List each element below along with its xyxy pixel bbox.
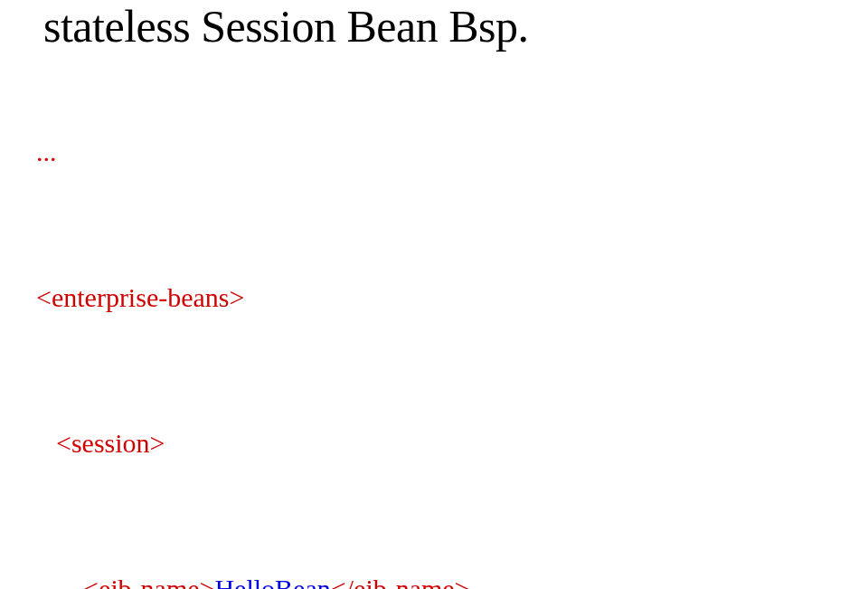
code-block: ... <enterprise-beans> <session> <ejb-na… bbox=[36, 62, 832, 589]
ejbname-value: HelloBean bbox=[214, 574, 330, 589]
page-title: stateless Session Bean Bsp. bbox=[43, 0, 832, 52]
eb-open: <enterprise-beans> bbox=[36, 280, 832, 316]
ejbname-open-tag: <ejb-name> bbox=[83, 574, 214, 589]
slide-container: stateless Session Bean Bsp. ... <enterpr… bbox=[0, 0, 868, 589]
session-open: <session> bbox=[56, 425, 832, 461]
ejbname-close-tag: </ejb-name> bbox=[331, 574, 470, 589]
ellipsis: ... bbox=[36, 134, 832, 170]
ejb-name-line: <ejb-name>HelloBean</ejb-name> bbox=[83, 571, 832, 589]
